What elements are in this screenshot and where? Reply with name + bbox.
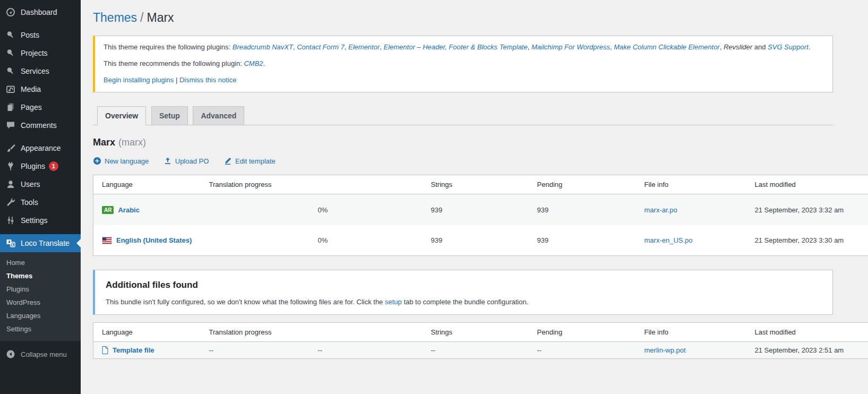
us-flag-icon bbox=[102, 237, 112, 244]
additional-files-title: Additional files found bbox=[106, 280, 822, 290]
sidebar-item-label: Pages bbox=[21, 103, 42, 112]
users-icon bbox=[5, 179, 16, 190]
plugin-link[interactable]: Mailchimp For Wordpress bbox=[531, 43, 610, 51]
sidebar-item-dashboard[interactable]: Dashboard bbox=[0, 3, 81, 21]
sidebar-item-projects[interactable]: Projects bbox=[0, 44, 81, 62]
template-file-link[interactable]: Template file bbox=[113, 346, 154, 354]
breadcrumb-separator: / bbox=[137, 11, 147, 24]
strings-count: 939 bbox=[423, 194, 529, 225]
table-row-template-file: Template file -- -- -- -- merlin-wp.pot … bbox=[93, 342, 868, 359]
col-last-modified: Last modified bbox=[746, 323, 868, 342]
required-plugins-line: This theme requires the following plugin… bbox=[104, 42, 824, 53]
submenu-item-settings[interactable]: Settings bbox=[0, 322, 81, 336]
plugin-link[interactable]: Breadcrumb NavXT bbox=[233, 43, 293, 51]
plugin-link[interactable]: Elementor – Header, Footer & Blocks Temp… bbox=[384, 43, 528, 51]
plugin-link[interactable]: Contact Form 7 bbox=[297, 43, 345, 51]
collapse-arrow-icon bbox=[5, 349, 16, 359]
sidebar-item-label: Dashboard bbox=[21, 8, 57, 16]
sidebar-item-pages[interactable]: Pages bbox=[0, 98, 81, 116]
table-row-arabic: ARArabic 0% 939 939 marx-ar.po 21 Septem… bbox=[93, 194, 868, 225]
notice-text: . bbox=[809, 43, 811, 51]
col-strings: Strings bbox=[423, 175, 529, 194]
po-file-link[interactable]: marx-ar.po bbox=[644, 206, 677, 214]
sidebar-item-plugins[interactable]: Plugins 1 bbox=[0, 157, 81, 175]
plugin-link[interactable]: SVG Support bbox=[768, 43, 809, 51]
sidebar-item-settings[interactable]: Settings bbox=[0, 211, 81, 229]
sidebar-item-label: Comments bbox=[21, 121, 57, 130]
bundle-tabs: Overview Setup Advanced bbox=[93, 106, 833, 125]
plugin-name-revslider: Revslider bbox=[724, 43, 752, 51]
recommended-plugin-line: This theme recommends the following plug… bbox=[104, 58, 824, 70]
pencil-icon bbox=[224, 157, 232, 165]
sidebar-item-appearance[interactable]: Appearance bbox=[0, 139, 81, 157]
progress-percent: 0% bbox=[310, 225, 423, 256]
sidebar-item-label: Services bbox=[21, 67, 49, 75]
edit-template-link[interactable]: Edit template bbox=[224, 157, 276, 165]
breadcrumb-themes-link[interactable]: Themes bbox=[93, 11, 137, 24]
notice-text: . bbox=[263, 59, 265, 67]
tab-advanced[interactable]: Advanced bbox=[193, 106, 244, 125]
progress-placeholder: -- bbox=[201, 342, 310, 359]
sidebar-item-comments[interactable]: Comments bbox=[0, 116, 81, 134]
sidebar-item-media[interactable]: Media bbox=[0, 80, 81, 98]
sidebar-item-label: Appearance bbox=[21, 144, 61, 152]
additional-files-text: This bundle isn't fully configured, so w… bbox=[106, 298, 385, 306]
bundle-actions: New language Upload PO Edit template bbox=[93, 157, 868, 167]
settings-icon bbox=[5, 215, 16, 226]
additional-files-body: This bundle isn't fully configured, so w… bbox=[106, 298, 822, 306]
tab-overview[interactable]: Overview bbox=[97, 106, 146, 125]
notice-action-separator: | bbox=[174, 76, 179, 84]
pot-file-link[interactable]: merlin-wp.pot bbox=[644, 346, 686, 354]
upload-icon bbox=[164, 157, 172, 165]
upload-po-link[interactable]: Upload PO bbox=[164, 157, 209, 165]
last-modified: 21 September, 2023 3:30 am bbox=[746, 225, 868, 256]
new-language-link[interactable]: New language bbox=[93, 157, 149, 165]
submenu-item-wordpress[interactable]: WordPress bbox=[0, 296, 81, 309]
sidebar-item-label: Tools bbox=[21, 198, 38, 207]
notice-text: , bbox=[380, 43, 383, 51]
sidebar-item-label: Media bbox=[21, 85, 41, 93]
sidebar-item-users[interactable]: Users bbox=[0, 175, 81, 193]
language-link[interactable]: English (United States) bbox=[116, 236, 192, 244]
po-file-link[interactable]: marx-en_US.po bbox=[644, 236, 693, 244]
begin-installing-plugins-link[interactable]: Begin installing plugins bbox=[104, 76, 174, 84]
bundle-heading: Marx(marx) bbox=[93, 137, 868, 148]
col-translation-progress: Translation progress bbox=[201, 323, 423, 342]
progress-percent: 0% bbox=[310, 194, 423, 225]
dismiss-notice-link[interactable]: Dismiss this notice bbox=[179, 76, 237, 84]
menu-separator bbox=[0, 229, 81, 234]
notice-text: and bbox=[752, 43, 768, 51]
notice-text: , bbox=[720, 43, 724, 51]
submenu-item-plugins[interactable]: Plugins bbox=[0, 282, 81, 296]
sidebar-item-tools[interactable]: Tools bbox=[0, 193, 81, 211]
sidebar-item-loco-translate[interactable]: Loco Translate bbox=[0, 234, 81, 252]
notice-text: , bbox=[528, 43, 531, 51]
setup-tab-link[interactable]: setup bbox=[385, 298, 402, 306]
language-link[interactable]: Arabic bbox=[118, 206, 139, 214]
plugin-link[interactable]: Elementor bbox=[348, 43, 380, 51]
plugin-link[interactable]: Make Column Clickable Elementor bbox=[614, 43, 719, 51]
tab-setup[interactable]: Setup bbox=[151, 106, 188, 125]
strings-count: -- bbox=[423, 342, 529, 359]
col-last-modified: Last modified bbox=[746, 175, 868, 194]
last-modified: 21 September, 2023 3:32 am bbox=[746, 194, 868, 225]
dashboard-icon bbox=[5, 7, 16, 18]
submenu-item-themes[interactable]: Themes bbox=[0, 269, 81, 282]
tools-icon bbox=[5, 197, 16, 208]
additional-files-notice: Additional files found This bundle isn't… bbox=[93, 270, 833, 315]
collapse-menu-button[interactable]: Collapse menu bbox=[0, 344, 81, 364]
sidebar-item-label: Settings bbox=[21, 216, 48, 225]
pages-icon bbox=[5, 102, 16, 113]
plugin-link[interactable]: CMB2 bbox=[244, 59, 263, 67]
submenu-item-languages[interactable]: Languages bbox=[0, 309, 81, 322]
notice-text: This theme recommends the following plug… bbox=[104, 59, 244, 67]
notice-actions: Begin installing plugins | Dismiss this … bbox=[104, 75, 824, 86]
sidebar-item-services[interactable]: Services bbox=[0, 62, 81, 80]
col-language: Language bbox=[93, 175, 201, 194]
loco-translate-submenu: Home Themes Plugins WordPress Languages … bbox=[0, 252, 81, 341]
pending-count: 939 bbox=[529, 225, 636, 256]
submenu-item-home[interactable]: Home bbox=[0, 256, 81, 269]
sidebar-item-posts[interactable]: Posts bbox=[0, 26, 81, 44]
admin-sidebar: Dashboard Posts Projects Services Media … bbox=[0, 0, 81, 394]
sidebar-item-label: Projects bbox=[21, 49, 48, 57]
